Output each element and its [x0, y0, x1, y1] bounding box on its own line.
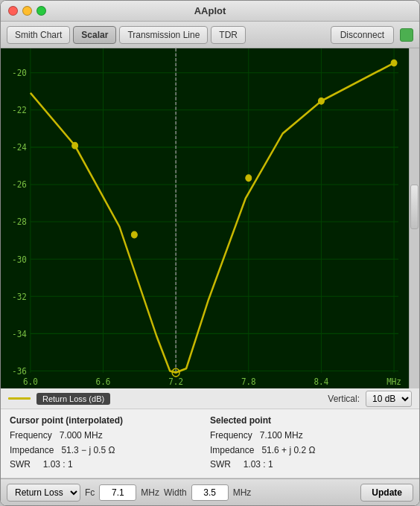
chart-svg: -20 -22 -24 -26 -28 -30 -32 -34 -36 6.0 …	[1, 48, 409, 388]
vertical-label: Vertical:	[328, 394, 360, 404]
selected-imp-value: 51.6 + j 0.2 Ω	[261, 445, 315, 455]
svg-point-34	[246, 175, 252, 182]
svg-point-35	[318, 97, 324, 104]
window-title: AAplot	[194, 5, 226, 16]
svg-text:-26: -26	[12, 179, 27, 190]
chart-area: -20 -22 -24 -26 -28 -30 -32 -34 -36 6.0 …	[1, 48, 419, 388]
svg-text:-20: -20	[12, 68, 27, 79]
svg-text:-32: -32	[12, 291, 27, 302]
close-button[interactable]	[8, 6, 18, 16]
svg-text:-30: -30	[12, 254, 27, 265]
width-mhz-label: MHz	[233, 487, 252, 498]
cursor-point-header: Cursor point (interpolated)	[10, 415, 210, 426]
tab-scalar[interactable]: Scalar	[73, 26, 116, 44]
svg-text:MHz: MHz	[386, 377, 401, 388]
selected-imp-label: Impedance	[210, 445, 254, 455]
minimize-button[interactable]	[22, 6, 32, 16]
info-panel: Cursor point (interpolated) Frequency 7.…	[1, 409, 419, 478]
tab-tdr[interactable]: TDR	[211, 26, 246, 44]
selected-freq-value: 7.100 MHz	[260, 430, 303, 441]
vertical-select[interactable]: 10 dB 5 dB 20 dB	[366, 391, 412, 407]
update-button[interactable]: Update	[360, 484, 413, 502]
legend-bar: Return Loss (dB) Vertical: 10 dB 5 dB 20…	[1, 388, 419, 409]
svg-text:-22: -22	[12, 105, 27, 116]
cursor-freq-value: 7.000 MHz	[60, 430, 103, 441]
selected-swr-label: SWR	[210, 459, 231, 470]
svg-text:-34: -34	[12, 328, 27, 339]
svg-text:6.6: 6.6	[96, 377, 111, 388]
cursor-swr-label: SWR	[10, 459, 31, 470]
svg-point-36	[391, 60, 397, 66]
status-led	[400, 28, 413, 42]
svg-text:-36: -36	[12, 365, 27, 377]
cursor-point-col: Cursor point (interpolated) Frequency 7.…	[10, 415, 210, 472]
selected-point-header: Selected point	[210, 415, 410, 426]
svg-text:7.8: 7.8	[241, 377, 256, 388]
selected-point-col: Selected point Frequency 7.100 MHz Imped…	[210, 415, 410, 472]
fc-label: Fc	[85, 487, 95, 498]
fc-mhz-label: MHz	[141, 487, 159, 498]
cursor-swr-value: 1.03 : 1	[43, 459, 73, 470]
svg-text:6.0: 6.0	[23, 377, 38, 388]
titlebar: AAplot	[1, 1, 419, 22]
selected-frequency: Frequency 7.100 MHz	[210, 429, 410, 443]
cursor-swr: SWR 1.03 : 1	[10, 458, 210, 472]
tab-transmission-line[interactable]: Transmission Line	[119, 26, 208, 44]
svg-text:7.2: 7.2	[168, 377, 183, 388]
bottom-bar: Return Loss Fc MHz Width MHz Update	[1, 478, 419, 505]
svg-text:8.4: 8.4	[314, 377, 329, 388]
mode-select[interactable]: Return Loss	[7, 484, 80, 502]
selected-impedance: Impedance 51.6 + j 0.2 Ω	[210, 443, 410, 458]
selected-swr: SWR 1.03 : 1	[210, 458, 410, 472]
width-label: Width	[164, 487, 187, 498]
svg-rect-0	[1, 48, 409, 388]
chart-scrollbar[interactable]	[409, 48, 419, 388]
legend-line-icon	[8, 397, 31, 400]
selected-freq-label: Frequency	[210, 430, 252, 441]
svg-text:-28: -28	[12, 217, 27, 228]
cursor-imp-value: 51.3 − j 0.5 Ω	[61, 445, 115, 455]
tab-smith-chart[interactable]: Smith Chart	[7, 26, 70, 44]
selected-swr-value: 1.03 : 1	[244, 459, 273, 470]
cursor-frequency: Frequency 7.000 MHz	[10, 429, 210, 443]
width-input[interactable]	[191, 484, 229, 501]
scrollbar-thumb[interactable]	[410, 185, 419, 229]
maximize-button[interactable]	[36, 6, 46, 16]
cursor-imp-label: Impedance	[10, 445, 54, 455]
cursor-impedance: Impedance 51.3 − j 0.5 Ω	[10, 443, 210, 458]
toolbar: Smith Chart Scalar Transmission Line TDR…	[1, 22, 419, 48]
fc-input[interactable]	[99, 484, 136, 501]
legend-label: Return Loss (dB)	[36, 393, 110, 405]
cursor-freq-label: Frequency	[10, 430, 52, 441]
svg-point-33	[131, 231, 137, 238]
window-controls	[8, 6, 46, 16]
main-window: AAplot Smith Chart Scalar Transmission L…	[0, 0, 420, 506]
disconnect-button[interactable]: Disconnect	[331, 26, 394, 44]
info-row: Cursor point (interpolated) Frequency 7.…	[10, 415, 410, 472]
svg-text:-24: -24	[12, 142, 27, 153]
svg-point-32	[72, 142, 78, 149]
